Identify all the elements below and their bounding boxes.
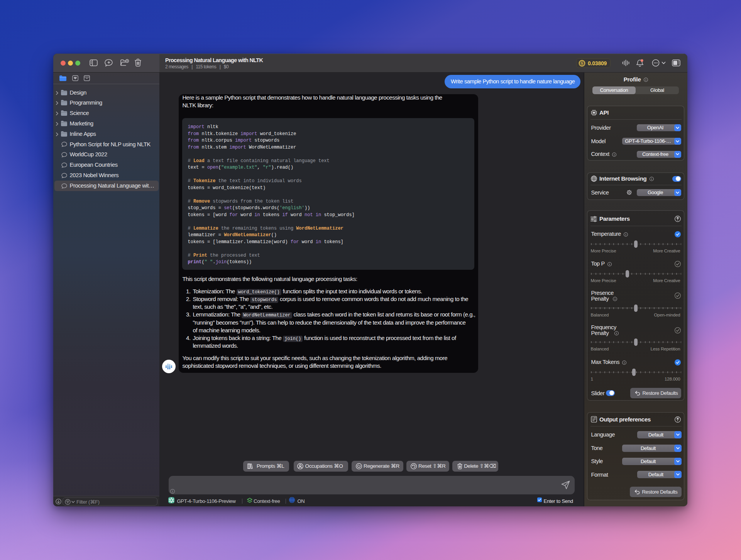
svg-text:$: $	[581, 61, 583, 65]
